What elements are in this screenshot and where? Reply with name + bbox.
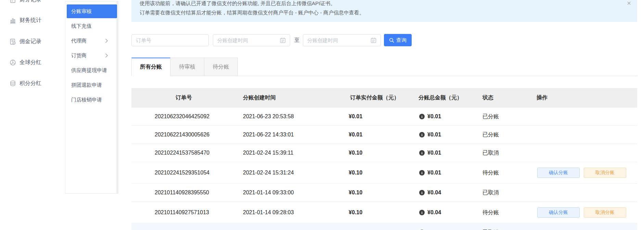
- close-icon[interactable]: ×: [627, 1, 631, 5]
- info-icon[interactable]: i: [419, 132, 425, 137]
- paid-amount-cell: ¥0.10: [339, 190, 411, 196]
- created-time-cell: 2021-02-24 15:31:24: [236, 170, 339, 176]
- paid-amount-cell: ¥0.10: [339, 209, 411, 216]
- date-start-input[interactable]: [217, 37, 277, 43]
- sidebar-item-1[interactable]: 财务记录: [10, 0, 41, 4]
- submenu-item-label: 供应商提现申请: [71, 67, 107, 74]
- confirm-split-button[interactable]: 确认分账: [537, 207, 580, 218]
- column-header-5: 状态: [476, 94, 527, 101]
- submenu-item-2[interactable]: 线下充值: [67, 19, 117, 33]
- status-cell: 已取消: [476, 189, 527, 196]
- date-end-wrap: [303, 34, 381, 46]
- tab-1[interactable]: 所有分账: [131, 58, 170, 76]
- split-total-amount: ¥0.01: [427, 113, 441, 120]
- submenu-item-label: 分账审核: [71, 8, 92, 15]
- split-total-cell: i ¥0.01: [411, 113, 476, 120]
- split-total-amount: ¥0.01: [427, 170, 441, 176]
- search-button-label: 查询: [396, 37, 407, 44]
- status-cell: 待分账: [476, 209, 527, 216]
- submenu-item-7[interactable]: 门店核销申请: [67, 93, 117, 107]
- column-header-4: 分账总金额（元）: [411, 94, 476, 101]
- split-total-cell: i ¥0.04: [411, 190, 476, 196]
- paid-amount-cell: ¥0.01: [339, 132, 411, 138]
- table-body: 202106232046425092 2021-06-23 20:53:58 ¥…: [131, 108, 637, 230]
- sidebar-item-label: 财务记录: [20, 0, 41, 3]
- tab-bar: 所有分账待审核待分账: [131, 58, 637, 76]
- table-header-row: 订单号分账创建时间订单实付金额（元）分账总金额（元）状态操作: [131, 88, 637, 108]
- info-icon[interactable]: i: [419, 210, 425, 215]
- sidebar-item-2[interactable]: 财务统计: [10, 15, 41, 25]
- submenu-item-label: 门店核销申请: [71, 97, 102, 103]
- submenu-item-3[interactable]: 代理商: [67, 34, 117, 48]
- info-icon[interactable]: i: [419, 190, 425, 195]
- cancel-split-button[interactable]: 取消分账: [584, 168, 626, 178]
- notice-banner: 使用该功能前，请确认已开通了微信支付的分账功能, 并且已在后台上传微信API证书…: [131, 0, 637, 22]
- split-total-cell: i ¥0.01: [411, 170, 476, 176]
- calendar-icon[interactable]: [280, 37, 286, 43]
- cancel-split-button[interactable]: 取消分账: [584, 207, 626, 218]
- submenu-item-4[interactable]: 订货商: [67, 49, 117, 62]
- search-icon: [389, 38, 394, 43]
- sidebar-item-4[interactable]: 全球分红: [10, 58, 41, 67]
- status-cell: 已取消: [476, 229, 527, 230]
- date-end-input[interactable]: [307, 37, 368, 43]
- table-row: 202101140928395550 2021-01-14 09:33:00 ¥…: [131, 184, 637, 202]
- order-no-cell: 202106221430005626: [131, 132, 236, 138]
- status-cell: 已取消: [476, 149, 527, 157]
- secondary-sidebar: 分账审核线下充值代理商订货商供应商提现申请拼团退款申请门店核销申请: [65, 1, 118, 194]
- info-icon[interactable]: i: [419, 150, 425, 156]
- paid-amount-cell: ¥0.10: [339, 170, 411, 176]
- info-icon[interactable]: i: [419, 170, 425, 175]
- sidebar-item-5[interactable]: 积分分红: [10, 78, 41, 88]
- column-header-1: 订单号: [131, 94, 236, 101]
- order-no-input[interactable]: [136, 37, 204, 43]
- calendar-icon[interactable]: [371, 37, 376, 43]
- sidebar-item-3[interactable]: 佣金记录: [10, 37, 41, 46]
- table-row: 202102241529351054 2021-02-24 15:31:24 ¥…: [131, 162, 637, 184]
- split-total-amount: ¥0.01: [427, 150, 441, 156]
- order-no-input-wrap: [131, 34, 209, 46]
- tab-3[interactable]: 待分账: [204, 58, 238, 76]
- split-total-cell: i ¥0.04: [411, 209, 476, 216]
- created-time-cell: 2021-02-24 15:39:11: [236, 150, 339, 156]
- info-icon[interactable]: i: [419, 114, 425, 119]
- order-no-cell: 202102241537585470: [131, 150, 236, 156]
- finance-stats-icon: [10, 17, 16, 24]
- date-start-wrap: [213, 34, 290, 46]
- status-cell: 已分账: [476, 131, 527, 138]
- table-row: 202101101459125542 2021-01-10 14:59:27 ¥…: [131, 223, 637, 230]
- actions-cell: 确认分账 取消分账: [527, 207, 637, 218]
- submenu-item-label: 线下充值: [71, 23, 92, 29]
- tab-2[interactable]: 待审核: [170, 58, 204, 76]
- submenu-item-label: 拼团退款申请: [71, 82, 102, 88]
- submenu-item-6[interactable]: 拼团退款申请: [67, 78, 117, 92]
- submenu-item-label: 订货商: [71, 52, 87, 59]
- sidebar-item-label: 财务统计: [20, 17, 41, 24]
- notice-line-2: 订单需要在微信支付结算后才能分账，结算周期在微信支付商户平台 - 账户中心 - …: [140, 8, 629, 17]
- chevron-right-icon: [105, 53, 108, 58]
- table-row: 202106232046425092 2021-06-23 20:53:58 ¥…: [131, 108, 637, 126]
- search-button[interactable]: 查询: [384, 34, 412, 46]
- actions-cell: 确认分账 取消分账: [527, 168, 637, 178]
- split-total-cell: i ¥0.01: [411, 132, 476, 138]
- points-dividend-icon: [10, 80, 16, 87]
- column-header-2: 分账创建时间: [236, 94, 339, 101]
- date-range-to-label: 至: [294, 37, 299, 44]
- created-time-cell: 2021-06-23 20:53:58: [236, 113, 339, 120]
- split-total-amount: ¥0.04: [427, 209, 441, 216]
- column-header-3: 订单实付金额（元）: [339, 94, 411, 101]
- submenu-item-1[interactable]: 分账审核: [67, 4, 117, 18]
- primary-sidebar: 财务记录财务统计佣金记录全球分红积分分红: [0, 0, 65, 230]
- sidebar-item-label: 佣金记录: [20, 38, 41, 45]
- order-no-cell: 202101140927571013: [131, 209, 236, 216]
- split-total-amount: ¥0.04: [427, 190, 441, 196]
- submenu-item-label: 代理商: [71, 38, 87, 44]
- paid-amount-cell: ¥0.10: [339, 150, 411, 156]
- sidebar-item-label: 全球分红: [20, 59, 41, 66]
- chevron-right-icon: [105, 38, 108, 43]
- submenu-item-5[interactable]: 供应商提现申请: [67, 63, 117, 77]
- confirm-split-button[interactable]: 确认分账: [537, 168, 580, 178]
- status-cell: 已分账: [476, 113, 527, 120]
- filter-bar: 至 查询: [131, 34, 412, 47]
- order-no-cell: 202102241529351054: [131, 170, 236, 176]
